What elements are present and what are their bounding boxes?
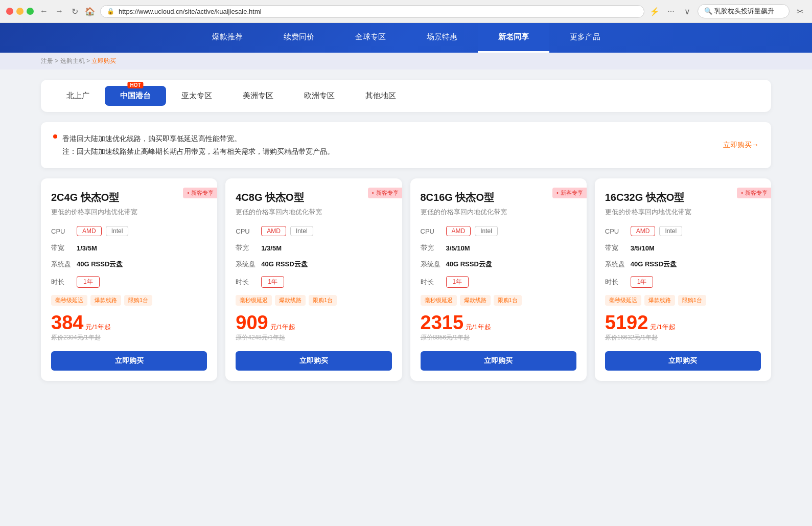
price-row-1: 909 元/1年起 原价4248元/1年起 <box>236 313 391 342</box>
product-subtitle-2: 更低的价格享回内地优化带宽 <box>421 208 576 217</box>
cpu-amd-3[interactable]: AMD <box>631 226 656 236</box>
top-navigation: 爆款推荐 续费同价 全球专区 场景特惠 新老同享 更多产品 <box>0 23 812 53</box>
product-subtitle-0: 更低的价格享回内地优化带宽 <box>51 208 207 217</box>
price-main-1: 909 元/1年起 <box>236 313 391 332</box>
cpu-options-3: AMD Intel <box>631 226 682 236</box>
region-tabs: 北上广 HOT 中国港台 亚太专区 美洲专区 欧洲专区 其他地区 <box>41 80 771 112</box>
region-tab-2[interactable]: 亚太专区 <box>166 86 227 106</box>
notice-buy-link[interactable]: 立即购买→ <box>723 141 759 150</box>
cpu-label-3: CPU <box>605 227 631 235</box>
notice-content: 香港回大陆加速优化线路，购买即享低延迟高性能带宽。 注：回大陆加速线路禁止高峰期… <box>53 132 334 158</box>
tag-2-1: 爆款线路 <box>460 295 491 306</box>
price-row-2: 2315 元/1年起 原价8856元/1年起 <box>421 313 576 342</box>
product-card-2: 新客专享 8C16G 快杰O型 更低的价格享回内地优化带宽 CPU AMD In… <box>410 178 587 381</box>
dropdown-button[interactable]: ∨ <box>681 5 693 17</box>
bandwidth-row-3: 带宽 3/5/10M <box>605 243 761 253</box>
duration-btn-1[interactable]: 1年 <box>261 276 284 288</box>
home-button[interactable]: 🏠 <box>84 5 96 17</box>
region-tab-1[interactable]: HOT 中国港台 <box>105 86 166 106</box>
region-tab-0[interactable]: 北上广 <box>51 86 105 106</box>
cpu-options-2: AMD Intel <box>446 226 498 236</box>
cpu-amd-1[interactable]: AMD <box>261 226 286 236</box>
buy-btn-2[interactable]: 立即购买 <box>421 351 576 371</box>
duration-label-3: 时长 <box>605 278 631 287</box>
cpu-intel-2[interactable]: Intel <box>475 226 498 236</box>
nav-item-5[interactable]: 更多产品 <box>549 23 621 53</box>
duration-btn-0[interactable]: 1年 <box>77 276 100 288</box>
region-tab-5[interactable]: 其他地区 <box>350 86 411 106</box>
refresh-button[interactable]: ↻ <box>68 5 81 17</box>
back-button[interactable]: ← <box>38 5 50 17</box>
duration-row-1: 时长 1年 <box>236 276 391 288</box>
disk-label-1: 系统盘 <box>236 260 261 269</box>
browser-nav: ← → ↻ 🏠 <box>38 5 96 17</box>
region-label-4: 欧洲专区 <box>304 91 335 100</box>
new-customer-badge-3: 新客专享 <box>737 188 771 198</box>
cpu-amd-0[interactable]: AMD <box>77 226 102 236</box>
region-tab-3[interactable]: 美洲专区 <box>227 86 289 106</box>
price-row-3: 5192 元/1年起 原价16632元/1年起 <box>605 313 761 342</box>
bandwidth-value-0: 1/3/5M <box>77 244 97 252</box>
duration-btn-2[interactable]: 1年 <box>446 276 469 288</box>
duration-label-2: 时长 <box>421 278 446 287</box>
close-btn[interactable] <box>6 8 13 15</box>
price-unit-1: 元/1年起 <box>270 323 296 331</box>
price-row-0: 384 元/1年起 原价2304元/1年起 <box>51 313 207 342</box>
tag-0-2: 限购1台 <box>124 295 152 306</box>
maximize-btn[interactable] <box>27 8 34 15</box>
bandwidth-label-1: 带宽 <box>236 243 261 253</box>
notice-dot <box>53 134 57 139</box>
buy-btn-0[interactable]: 立即购买 <box>51 351 207 371</box>
buy-btn-3[interactable]: 立即购买 <box>605 351 761 371</box>
cpu-label-2: CPU <box>421 227 446 235</box>
cpu-intel-1[interactable]: Intel <box>290 226 313 236</box>
tags-2: 毫秒级延迟 爆款线路 限购1台 <box>421 295 576 306</box>
region-tab-4[interactable]: 欧洲专区 <box>289 86 350 106</box>
region-label-5: 其他地区 <box>365 91 396 100</box>
bandwidth-value-1: 1/3/5M <box>261 244 282 252</box>
region-label-1: 中国港台 <box>120 91 151 100</box>
nav-items-container: 爆款推荐 续费同价 全球专区 场景特惠 新老同享 更多产品 <box>0 23 812 53</box>
bandwidth-row-0: 带宽 1/3/5M <box>51 243 207 253</box>
product-subtitle-3: 更低的价格享回内地优化带宽 <box>605 208 761 217</box>
duration-btn-3[interactable]: 1年 <box>631 276 654 288</box>
duration-row-0: 时长 1年 <box>51 276 207 288</box>
tag-3-0: 毫秒级延迟 <box>605 295 641 306</box>
bandwidth-value-3: 3/5/10M <box>631 244 655 252</box>
tags-3: 毫秒级延迟 爆款线路 限购1台 <box>605 295 761 306</box>
price-unit-0: 元/1年起 <box>85 323 111 331</box>
bandwidth-row-1: 带宽 1/3/5M <box>236 243 391 253</box>
lightning-icon[interactable]: ⚡ <box>648 5 661 17</box>
browser-window-controls <box>6 8 34 15</box>
nav-item-4[interactable]: 新老同享 <box>478 23 549 53</box>
notice-text: 香港回大陆加速优化线路，购买即享低延迟高性能带宽。 注：回大陆加速线路禁止高峰期… <box>62 132 334 158</box>
browser-right-controls: ⚡ ··· ∨ 🔍 乳胶枕头投诉量飙升 ✂ <box>648 4 806 18</box>
minimize-btn[interactable] <box>16 8 24 15</box>
breadcrumb-link[interactable]: 立即购买 <box>91 57 116 64</box>
nav-item-2[interactable]: 全球专区 <box>335 23 406 53</box>
cpu-intel-3[interactable]: Intel <box>659 226 682 236</box>
nav-item-3[interactable]: 场景特惠 <box>406 23 478 53</box>
price-original-2: 原价8856元/1年起 <box>421 333 576 342</box>
cpu-options-0: AMD Intel <box>77 226 128 236</box>
duration-row-2: 时长 1年 <box>421 276 576 288</box>
address-bar[interactable]: 🔒 https://www.ucloud.cn/site/active/kuai… <box>100 5 644 18</box>
price-unit-3: 元/1年起 <box>650 323 676 331</box>
cpu-intel-0[interactable]: Intel <box>106 226 129 236</box>
nav-item-0[interactable]: 爆款推荐 <box>192 23 263 53</box>
browser-search[interactable]: 🔍 乳胶枕头投诉量飙升 <box>698 4 790 18</box>
cpu-label-1: CPU <box>236 227 261 235</box>
disk-value-3: 40G RSSD云盘 <box>631 260 677 269</box>
price-main-0: 384 元/1年起 <box>51 313 207 332</box>
nav-item-1[interactable]: 续费同价 <box>263 23 335 53</box>
disk-label-2: 系统盘 <box>421 260 446 269</box>
breadcrumb: 注册 > 选购主机 > 立即购买 <box>0 53 812 70</box>
forward-button[interactable]: → <box>53 5 65 17</box>
url-text: https://www.ucloud.cn/site/active/kuaiji… <box>119 8 262 15</box>
cpu-amd-2[interactable]: AMD <box>446 226 471 236</box>
cpu-options-1: AMD Intel <box>261 226 313 236</box>
bookmark-icon[interactable]: ✂ <box>794 5 806 17</box>
menu-button[interactable]: ··· <box>665 5 677 17</box>
buy-btn-1[interactable]: 立即购买 <box>236 351 391 371</box>
price-original-3: 原价16632元/1年起 <box>605 333 761 342</box>
